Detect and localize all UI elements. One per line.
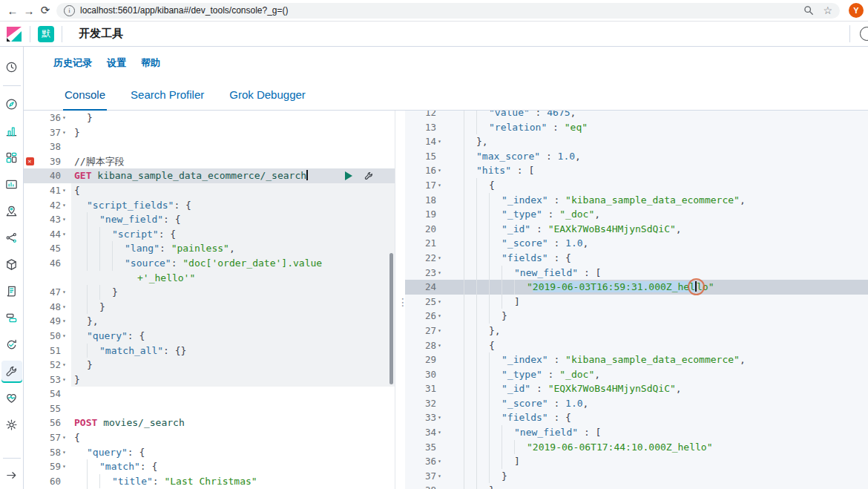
- code-line-31[interactable]: 31"_id" : "EQXk7WoBs4HMjynSdQiC",: [405, 381, 868, 396]
- menu-item-0[interactable]: 历史记录: [53, 56, 92, 70]
- fold-arrow-icon[interactable]: [436, 483, 447, 489]
- code-line-14[interactable]: 14},: [405, 134, 868, 149]
- code-line-21[interactable]: 21"_score" : 1.0,: [405, 236, 868, 251]
- code-text[interactable]: {: [447, 178, 868, 193]
- code-text[interactable]: "match": {: [71, 459, 395, 474]
- code-text[interactable]: },: [447, 483, 868, 489]
- fold-arrow-icon[interactable]: [61, 300, 71, 315]
- code-text[interactable]: "_id" : "EAXk7WoBs4HMjynSdQiC",: [447, 222, 868, 237]
- code-line-37[interactable]: 37}: [405, 469, 868, 484]
- code-line-35[interactable]: 35"2019-06-06T17:44:10.000Z_hello": [405, 440, 868, 455]
- code-line-53[interactable]: 53}: [24, 373, 395, 387]
- tab-console[interactable]: Console: [63, 88, 107, 111]
- code-text[interactable]: "_score" : 1.0,: [447, 396, 868, 411]
- fold-arrow-icon[interactable]: [61, 125, 71, 140]
- code-text[interactable]: "_score" : 1.0,: [447, 236, 868, 251]
- fold-arrow-icon[interactable]: [436, 425, 447, 440]
- code-text[interactable]: },: [71, 314, 395, 329]
- code-line-wrap[interactable]: +'_hello'": [24, 271, 395, 286]
- code-line-36[interactable]: 36]: [405, 454, 868, 469]
- code-text[interactable]: }: [447, 309, 868, 324]
- fold-arrow-icon[interactable]: [61, 111, 71, 125]
- code-text[interactable]: "script_fields": {: [71, 198, 395, 213]
- code-text[interactable]: {: [447, 338, 868, 353]
- code-line-56[interactable]: 56POST movies/_search: [24, 416, 395, 430]
- code-line-22[interactable]: 22"fields" : {: [405, 251, 868, 266]
- sidebar-item-apm[interactable]: [1, 307, 22, 328]
- code-line-32[interactable]: 32"_score" : 1.0,: [405, 396, 868, 411]
- sidebar-item-logs[interactable]: [1, 280, 22, 301]
- code-line-46[interactable]: 46"source": "doc['order_date'].value: [24, 256, 395, 271]
- code-line-20[interactable]: 20"_id" : "EAXk7WoBs4HMjynSdQiC",: [405, 222, 868, 237]
- fold-arrow-icon[interactable]: [61, 198, 71, 213]
- sidebar-item-canvas[interactable]: [1, 174, 22, 194]
- code-line-42[interactable]: 42"script_fields": {: [24, 198, 395, 213]
- sidebar-item-metrics-cube[interactable]: [1, 254, 22, 275]
- sidebar-item-discover-compass[interactable]: [1, 93, 22, 114]
- code-line-34[interactable]: 34"new_field" : [: [405, 425, 868, 440]
- code-line-36[interactable]: 36}: [24, 111, 395, 125]
- code-text[interactable]: //脚本字段: [71, 154, 395, 169]
- code-text[interactable]: ]: [447, 454, 868, 469]
- code-line-37[interactable]: 37}: [24, 125, 395, 140]
- fold-arrow-icon[interactable]: [436, 134, 447, 149]
- code-line-51[interactable]: 51"match_all": {}: [24, 344, 395, 358]
- code-line-27[interactable]: 27},: [405, 324, 868, 338]
- code-text[interactable]: "fields" : {: [447, 410, 868, 425]
- fold-arrow-icon[interactable]: [436, 309, 447, 324]
- code-line-38[interactable]: 38: [24, 140, 395, 154]
- code-line-47[interactable]: 47}: [24, 285, 395, 300]
- bookmark-star-icon[interactable]: ☆: [823, 4, 832, 16]
- code-line-58[interactable]: 58"query": {: [24, 445, 395, 460]
- code-text[interactable]: "hits" : [: [447, 163, 868, 178]
- code-line-45[interactable]: 45"lang": "painless",: [24, 241, 395, 256]
- code-text[interactable]: }: [71, 111, 395, 125]
- code-line-30[interactable]: 30"_type" : "_doc",: [405, 367, 868, 382]
- fold-arrow-icon[interactable]: [436, 163, 447, 178]
- back-icon[interactable]: ←: [4, 2, 21, 19]
- wrench-icon[interactable]: [364, 171, 374, 181]
- sidebar-item-dashboard[interactable]: [1, 147, 22, 168]
- code-line-15[interactable]: 15"max_score" : 1.0,: [405, 149, 868, 164]
- code-line-57[interactable]: 57{: [24, 430, 395, 445]
- code-line-49[interactable]: 49},: [24, 314, 395, 329]
- code-text[interactable]: "lang": "painless",: [71, 241, 395, 256]
- code-text[interactable]: ]: [447, 295, 868, 309]
- code-line-59[interactable]: 59"match": {: [24, 459, 395, 474]
- space-badge[interactable]: 默: [38, 26, 54, 42]
- code-line-25[interactable]: 25]: [405, 295, 868, 309]
- sidebar-item-monitoring-heartbeat[interactable]: [1, 387, 22, 408]
- fold-arrow-icon[interactable]: [61, 430, 71, 445]
- code-text[interactable]: "value" : 4675,: [447, 111, 868, 120]
- code-text[interactable]: "source": "doc['order_date'].value: [71, 256, 395, 271]
- tab-grok-debugger[interactable]: Grok Debugger: [228, 88, 307, 111]
- code-text[interactable]: "title": "Last Christmas": [71, 474, 395, 489]
- code-text[interactable]: GET kibana_sample_data_ecommerce/_search: [71, 168, 395, 183]
- code-text[interactable]: }: [71, 373, 395, 387]
- code-line-26[interactable]: 26}: [405, 309, 868, 324]
- code-text[interactable]: }: [71, 285, 395, 300]
- code-line-41[interactable]: 41{: [24, 183, 395, 198]
- reload-icon[interactable]: ⟳: [37, 2, 53, 19]
- fold-arrow-icon[interactable]: [436, 410, 447, 425]
- code-text[interactable]: "script": {: [71, 227, 395, 242]
- fold-arrow-icon[interactable]: [436, 251, 447, 266]
- code-text[interactable]: }: [71, 300, 395, 315]
- fold-arrow-icon[interactable]: [436, 178, 447, 193]
- code-line-52[interactable]: 52}: [24, 358, 395, 373]
- tab-search-profiler[interactable]: Search Profiler: [129, 88, 206, 111]
- code-text[interactable]: "2019-06-03T16:59:31.000Z_hello": [447, 280, 868, 295]
- code-text[interactable]: }: [447, 469, 868, 484]
- code-text[interactable]: }: [71, 125, 395, 140]
- fold-arrow-icon[interactable]: [436, 338, 447, 353]
- code-line-40[interactable]: 40GET kibana_sample_data_ecommerce/_sear…: [24, 168, 395, 183]
- code-text[interactable]: [71, 140, 395, 154]
- code-text[interactable]: {: [71, 183, 395, 198]
- code-line-29[interactable]: 29"_index" : "kibana_sample_data_ecommer…: [405, 352, 868, 367]
- code-text[interactable]: "new_field" : [: [447, 425, 868, 440]
- code-line-23[interactable]: 23"new_field" : [: [405, 266, 868, 280]
- code-text[interactable]: [71, 387, 395, 401]
- code-line-43[interactable]: 43"new_field": {: [24, 212, 395, 227]
- code-line-24[interactable]: 24"2019-06-03T16:59:31.000Z_hello": [405, 280, 868, 295]
- code-text[interactable]: "_type" : "_doc",: [447, 207, 868, 222]
